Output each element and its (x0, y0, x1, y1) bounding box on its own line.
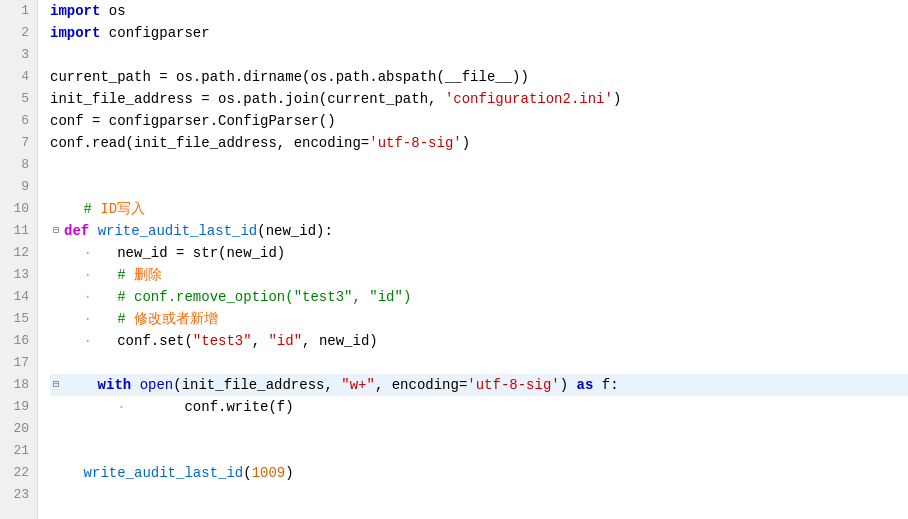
code-line-14: · # conf.remove_option("test3", "id") (50, 286, 908, 308)
code-line-9 (50, 176, 908, 198)
code-line-19: · conf.write(f) (50, 396, 908, 418)
code-line-16: · conf.set("test3", "id", new_id) (50, 330, 908, 352)
code-line-12: · new_id = str(new_id) (50, 242, 908, 264)
code-editor: 1 2 3 4 5 6 7 8 9 10 11 12 13 14 15 16 1… (0, 0, 908, 519)
code-line-3 (50, 44, 908, 66)
collapse-icon-with[interactable]: ⊟ (50, 379, 62, 391)
collapse-icon-def[interactable]: ⊟ (50, 225, 62, 237)
code-line-10: # ID写入 (50, 198, 908, 220)
code-line-18: ⊟ with open(init_file_address, "w+", enc… (50, 374, 908, 396)
code-line-23 (50, 484, 908, 506)
code-line-21 (50, 440, 908, 462)
code-line-2: import configparser (50, 22, 908, 44)
code-line-7: conf.read(init_file_address, encoding='u… (50, 132, 908, 154)
code-line-13: · # 删除 (50, 264, 908, 286)
code-line-8 (50, 154, 908, 176)
code-line-17 (50, 352, 908, 374)
code-line-22: write_audit_last_id(1009) (50, 462, 908, 484)
code-content: import os import configparser current_pa… (38, 0, 908, 519)
code-line-5: init_file_address = os.path.join(current… (50, 88, 908, 110)
keyword-import: import (50, 0, 100, 22)
code-line-6: conf = configparser.ConfigParser() (50, 110, 908, 132)
code-line-15: · # 修改或者新增 (50, 308, 908, 330)
keyword-import2: import (50, 22, 100, 44)
code-line-1: import os (50, 0, 908, 22)
line-numbers: 1 2 3 4 5 6 7 8 9 10 11 12 13 14 15 16 1… (0, 0, 38, 519)
code-line-20 (50, 418, 908, 440)
code-line-4: current_path = os.path.dirname(os.path.a… (50, 66, 908, 88)
code-line-11: ⊟def write_audit_last_id(new_id): (50, 220, 908, 242)
